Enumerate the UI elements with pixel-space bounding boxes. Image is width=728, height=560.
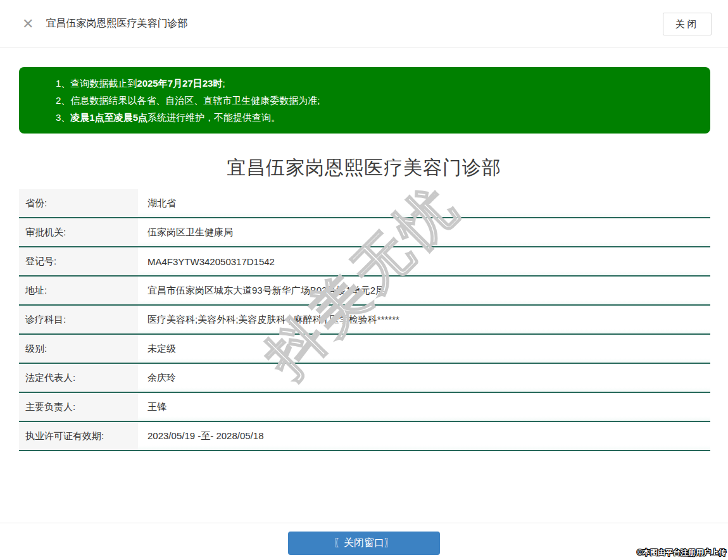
table-row: 省份: 湖北省 — [19, 189, 710, 218]
window-header: ✕ 宜昌伍家岗恩熙医疗美容门诊部 关闭 — [0, 0, 728, 48]
row-value: 王锋 — [138, 393, 710, 421]
table-row: 执业许可证有效期: 2023/05/19 -至- 2028/05/18 — [19, 422, 710, 451]
row-label: 执业许可证有效期: — [19, 422, 138, 450]
notice-line-1: 1、查询数据截止到2025年7月27日23时; — [56, 75, 698, 92]
table-row: 诊疗科目: 医疗美容科;美容外科;美容皮肤科 | 麻醉科 | 医学检验科****… — [19, 306, 710, 335]
notice-line-2: 2、信息数据结果以各省、自治区、直辖市卫生健康委数据为准; — [56, 92, 698, 109]
window-title: 宜昌伍家岗恩熙医疗美容门诊部 — [46, 17, 187, 30]
notice-banner: 1、查询数据截止到2025年7月27日23时; 2、信息数据结果以各省、自治区、… — [19, 67, 710, 134]
table-row: 地址: 宜昌市伍家岗区城东大道93号新华广场B03号楼1单元2层 — [19, 277, 710, 306]
close-icon[interactable]: ✕ — [22, 17, 34, 31]
row-value: 湖北省 — [138, 189, 710, 217]
row-label: 地址: — [19, 277, 138, 304]
detail-table: 省份: 湖北省 审批机关: 伍家岗区卫生健康局 登记号: MA4F3YTW342… — [19, 189, 710, 451]
notice-bold-text: 凌晨1点至凌晨5点 — [70, 112, 147, 123]
row-label: 登记号: — [19, 247, 138, 275]
row-value: 未定级 — [138, 335, 710, 363]
footer-divider — [0, 523, 728, 523]
corner-watermark: ©本图由平台注册用户上传 — [637, 547, 726, 558]
notice-text: 2、信息数据结果以各省、自治区、直辖市卫生健康委数据为准; — [56, 95, 320, 106]
row-value: 余庆玲 — [138, 364, 710, 392]
row-value: 宜昌市伍家岗区城东大道93号新华广场B03号楼1单元2层 — [138, 277, 710, 304]
row-label: 法定代表人: — [19, 364, 138, 392]
notice-text: ; — [222, 78, 225, 89]
close-button[interactable]: 关闭 — [663, 13, 712, 35]
row-value: 2023/05/19 -至- 2028/05/18 — [138, 422, 710, 450]
notice-text: 系统进行维护，不能提供查询。 — [147, 112, 280, 123]
row-label: 诊疗科目: — [19, 306, 138, 333]
table-row: 级别: 未定级 — [19, 335, 710, 364]
row-value: 医疗美容科;美容外科;美容皮肤科 | 麻醉科 | 医学检验科****** — [138, 306, 710, 333]
notice-bold-text: 2025年7月27日23时 — [137, 78, 222, 89]
notice-text: 1、查询数据截止到 — [56, 78, 137, 89]
row-label: 级别: — [19, 335, 138, 363]
table-row: 法定代表人: 余庆玲 — [19, 364, 710, 393]
table-row: 主要负责人: 王锋 — [19, 393, 710, 422]
row-label: 省份: — [19, 189, 138, 217]
notice-line-3: 3、凌晨1点至凌晨5点系统进行维护，不能提供查询。 — [56, 109, 698, 126]
table-row: 审批机关: 伍家岗区卫生健康局 — [19, 218, 710, 247]
close-window-button[interactable]: 〖关闭窗口〗 — [288, 532, 440, 555]
page-title: 宜昌伍家岗恩熙医疗美容门诊部 — [0, 155, 728, 181]
table-row: 登记号: MA4F3YTW342050317D1542 — [19, 247, 710, 277]
row-value: 伍家岗区卫生健康局 — [138, 218, 710, 246]
row-value: MA4F3YTW342050317D1542 — [138, 247, 710, 275]
notice-text: 3、 — [56, 112, 70, 123]
row-label: 主要负责人: — [19, 393, 138, 421]
row-label: 审批机关: — [19, 218, 138, 246]
